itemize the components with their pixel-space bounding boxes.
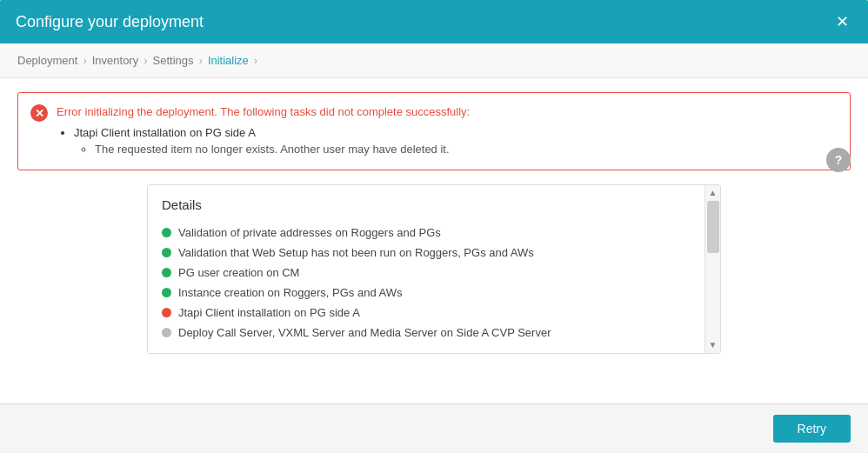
scroll-down-arrow[interactable]: ▼: [705, 337, 720, 353]
details-list-item: Validation that Web Setup has not been r…: [162, 243, 691, 263]
details-item-label-6: Deploy Call Server, VXML Server and Medi…: [178, 326, 551, 339]
help-button[interactable]: ?: [826, 148, 851, 172]
details-panel: Details Validation of private addresses …: [147, 184, 721, 354]
details-list: Validation of private addresses on Rogge…: [162, 223, 691, 343]
status-dot-grey-1: [162, 328, 171, 337]
error-sublist: The requested item no longer exists. Ano…: [74, 143, 838, 156]
status-dot-green-4: [162, 288, 171, 297]
nav-item-settings[interactable]: Settings: [153, 54, 194, 67]
modal-title: Configure your deployment: [16, 13, 204, 31]
status-dot-red-1: [162, 308, 171, 317]
nav-chevron-3: ›: [199, 54, 203, 67]
status-dot-green-2: [162, 248, 171, 257]
details-list-item: PG user creation on CM: [162, 263, 691, 283]
details-content: Details Validation of private addresses …: [148, 185, 704, 353]
details-item-label-1: Validation of private addresses on Rogge…: [178, 226, 441, 239]
details-list-item: Jtapi Client installation on PG side A: [162, 303, 691, 323]
details-list-item: Instance creation on Roggers, PGs and AW…: [162, 283, 691, 303]
modal-footer: Retry: [0, 403, 868, 453]
error-main-text: Error initializing the deployment. The f…: [57, 103, 838, 121]
status-dot-green-3: [162, 268, 171, 277]
details-item-label-4: Instance creation on Roggers, PGs and AW…: [178, 286, 403, 299]
error-box: ✕ Error initializing the deployment. The…: [17, 92, 851, 170]
details-item-label-3: PG user creation on CM: [178, 266, 299, 279]
breadcrumb: Deployment › Inventory › Settings › Init…: [0, 43, 868, 78]
nav-chevron-1: ›: [83, 54, 86, 67]
scroll-track: [705, 201, 720, 337]
nav-chevron-2: ›: [144, 54, 147, 67]
error-highlight: Error initializing the deployment.: [57, 105, 217, 118]
error-list: Jtapi Client installation on PG side A T…: [57, 126, 838, 156]
modal-body: ✕ Error initializing the deployment. The…: [0, 78, 868, 403]
modal-header: Configure your deployment ✕: [0, 0, 868, 43]
error-suffix: The following tasks did not complete suc…: [217, 105, 470, 118]
details-item-label-5: Jtapi Client installation on PG side A: [178, 306, 360, 319]
error-list-item: Jtapi Client installation on PG side A T…: [74, 126, 838, 156]
modal-container: Configure your deployment ✕ Deployment ›…: [0, 0, 868, 453]
details-item-label-2: Validation that Web Setup has not been r…: [178, 246, 534, 259]
scroll-thumb[interactable]: [707, 201, 719, 253]
details-list-item: Validation of private addresses on Rogge…: [162, 223, 691, 243]
scrollbar[interactable]: ▲ ▼: [704, 185, 720, 353]
retry-button[interactable]: Retry: [773, 415, 851, 443]
details-list-item: Deploy Call Server, VXML Server and Medi…: [162, 323, 691, 343]
nav-item-initialize[interactable]: Initialize: [208, 54, 249, 67]
details-title: Details: [162, 197, 691, 212]
scroll-up-arrow[interactable]: ▲: [705, 185, 720, 201]
error-content: Error initializing the deployment. The f…: [57, 103, 838, 159]
nav-item-inventory[interactable]: Inventory: [92, 54, 138, 67]
status-dot-green-1: [162, 228, 171, 237]
modal-close-button[interactable]: ✕: [832, 12, 852, 31]
nav-chevron-4: ›: [254, 54, 257, 67]
error-icon: ✕: [30, 104, 48, 122]
error-item-label: Jtapi Client installation on PG side A: [74, 126, 256, 139]
error-sublist-item: The requested item no longer exists. Ano…: [95, 143, 838, 156]
nav-item-deployment[interactable]: Deployment: [17, 54, 77, 67]
